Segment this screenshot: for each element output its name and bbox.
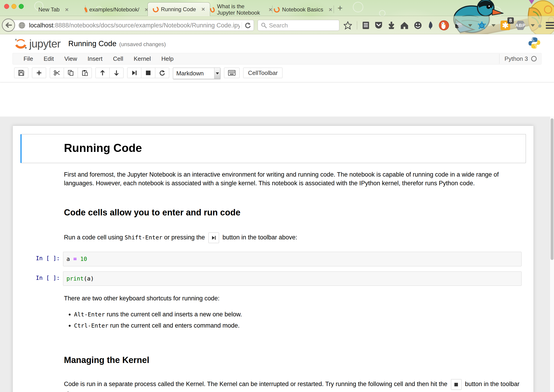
run-instruction-line: Run a code cell using Shift-Enter or pre… — [64, 232, 522, 243]
jupyter-logo[interactable]: jupyter — [14, 37, 61, 50]
url-bar[interactable]: localhost:8888/notebooks/docs/source/exa… — [11, 20, 254, 31]
alt-enter-code: Alt-Enter — [74, 311, 105, 318]
move-cell-up-button[interactable] — [96, 68, 110, 78]
notebook-title[interactable]: Running Code — [68, 39, 117, 48]
window-close-button[interactable] — [4, 4, 9, 9]
back-button[interactable] — [2, 19, 15, 32]
tab-label: New Tab — [38, 6, 60, 13]
reading-list-button[interactable] — [362, 21, 369, 29]
new-tab-button[interactable]: + — [334, 0, 343, 16]
tab-close-icon[interactable]: × — [329, 6, 332, 13]
sessions-addon-button[interactable]: ✱ 8 — [501, 21, 510, 30]
search-bar[interactable] — [258, 20, 339, 31]
jupyter-favicon-icon — [152, 6, 159, 13]
cell-type-value: Markdown — [176, 70, 204, 77]
restart-kernel-button[interactable] — [155, 68, 169, 78]
save-button[interactable] — [14, 68, 28, 78]
pocket-button[interactable] — [374, 21, 383, 29]
scrollbar-thumb[interactable] — [551, 118, 554, 260]
tab-strip: New Tab × examples/Notebook/ × Running C… — [22, 0, 343, 16]
copy-icon — [68, 70, 74, 76]
browser-chrome: New Tab × examples/Notebook/ × Running C… — [0, 0, 554, 34]
shortcuts-intro: There are two other keyboard shortcuts f… — [64, 294, 522, 303]
input-prompt: In [ ]: — [21, 252, 63, 266]
code-input[interactable]: print(a) — [63, 271, 522, 286]
code-token: (a) — [83, 275, 94, 282]
menu-help[interactable]: Help — [156, 55, 179, 62]
reload-button[interactable] — [242, 22, 251, 28]
cut-icon — [54, 70, 60, 76]
celltoolbar-button[interactable]: CellToolbar — [243, 68, 283, 78]
menu-view[interactable]: View — [59, 55, 83, 62]
add-cell-button[interactable] — [32, 68, 46, 78]
turtle-addon-button[interactable] — [477, 21, 486, 30]
markdown-cell-shortcuts[interactable]: There are two other keyboard shortcuts f… — [20, 293, 526, 335]
menu-insert[interactable]: Insert — [83, 55, 108, 62]
menu-kernel[interactable]: Kernel — [128, 55, 156, 62]
tab-bar: New Tab × examples/Notebook/ × Running C… — [0, 0, 554, 16]
tab-close-icon[interactable]: × — [201, 6, 205, 13]
markdown-cell-intro[interactable]: First and foremost, the Jupyter Notebook… — [20, 169, 526, 189]
window-minimize-button[interactable] — [11, 4, 16, 9]
window-zoom-button[interactable] — [19, 4, 24, 9]
addon-caret-icon[interactable] — [468, 24, 472, 27]
list-item: Alt-Enter runs the current cell and inse… — [74, 311, 522, 318]
bug-addon-button[interactable] — [454, 21, 463, 29]
cut-cell-button[interactable] — [50, 68, 64, 78]
menu-file[interactable]: File — [18, 55, 38, 62]
tab-close-icon[interactable]: × — [269, 6, 272, 13]
markdown-cell-run-instructions[interactable]: Run a code cell using Shift-Enter or pre… — [20, 231, 526, 244]
back-icon — [5, 22, 12, 28]
shift-enter-code: Shift-Enter — [125, 234, 163, 241]
tab-running-code[interactable]: Running Code × — [147, 2, 210, 16]
markdown-cell-code-cells-heading[interactable]: Code cells allow you to enter and run co… — [20, 202, 526, 221]
adblock-caret-icon[interactable] — [531, 24, 535, 27]
run-cell-button[interactable] — [127, 68, 141, 78]
url-text[interactable]: localhost:8888/notebooks/docs/source/exa… — [29, 22, 240, 29]
duckduckgo-addon-button[interactable] — [439, 20, 449, 30]
markdown-cell-kernel-heading[interactable]: Managing the Kernel — [20, 349, 526, 369]
code-token — [77, 256, 80, 262]
page-scrollbar[interactable] — [550, 117, 554, 392]
cell-type-select[interactable]: Markdown — [173, 68, 220, 79]
code-token-builtin: print — [66, 275, 83, 282]
addon-caret-icon[interactable] — [492, 24, 496, 27]
tab-new-tab[interactable]: New Tab × — [22, 0, 85, 16]
notebook-h1: Running Code — [64, 142, 522, 154]
jupyter-favicon-icon — [209, 6, 215, 13]
add-cell-icon — [36, 70, 42, 76]
downloads-button[interactable] — [388, 21, 395, 29]
window-controls — [4, 4, 24, 9]
menu-edit[interactable]: Edit — [38, 55, 59, 62]
tab-close-icon[interactable]: × — [65, 6, 69, 13]
bookmark-star-button[interactable] — [344, 21, 352, 29]
code-input[interactable]: a = 10 — [63, 252, 522, 266]
move-cell-down-button[interactable] — [109, 68, 124, 78]
home-button[interactable] — [400, 21, 409, 29]
tab-what-is-jupyter[interactable]: What is the Jupyter Notebook × — [210, 0, 272, 16]
quill-addon-button[interactable] — [427, 21, 434, 30]
checkpoint-status: (unsaved changes) — [119, 40, 166, 48]
markdown-cell-title[interactable]: Running Code — [20, 134, 526, 163]
url-path: :8888/notebooks/docs/source/examples/Not… — [53, 22, 240, 29]
adblock-plus-button[interactable]: ABP — [515, 21, 526, 30]
search-input[interactable] — [269, 22, 336, 29]
keyboard-icon — [228, 70, 235, 76]
tab-examples-notebook[interactable]: examples/Notebook/ × — [85, 0, 147, 16]
smiley-addon-button[interactable] — [414, 21, 422, 29]
cell-prompt — [22, 134, 63, 163]
code-cell-print-a[interactable]: In [ ]: print(a) — [20, 271, 526, 286]
menu-cell[interactable]: Cell — [108, 55, 129, 62]
menu-button[interactable] — [546, 22, 554, 29]
markdown-cell-kernel-paragraph[interactable]: Code is run in a separate process called… — [20, 378, 526, 392]
shortcuts-list: Alt-Enter runs the current cell and inse… — [74, 311, 522, 329]
interrupt-kernel-button[interactable] — [141, 68, 155, 78]
command-palette-button[interactable] — [224, 68, 240, 78]
paste-cell-button[interactable] — [78, 68, 92, 78]
tab-notebook-basics[interactable]: Notebook Basics × — [272, 0, 334, 16]
stop-icon — [146, 70, 151, 75]
select-arrow[interactable] — [214, 68, 220, 79]
code-token-operator: = — [73, 256, 77, 262]
code-cell-a-equals-10[interactable]: In [ ]: a = 10 — [20, 252, 526, 266]
copy-cell-button[interactable] — [64, 68, 78, 78]
